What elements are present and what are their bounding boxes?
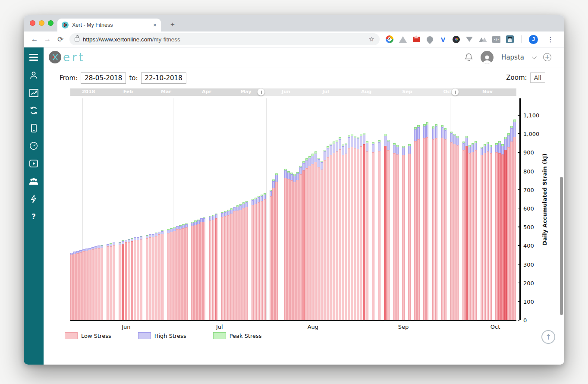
day-bar[interactable] [255, 198, 257, 320]
menu-icon[interactable] [29, 53, 38, 62]
day-bar[interactable] [191, 222, 194, 320]
browser-tab[interactable]: Xert - My Fitness × [57, 19, 161, 31]
day-bar[interactable] [299, 166, 302, 320]
minimize-window-button[interactable] [39, 20, 44, 26]
address-bar[interactable]: https://www.xertonline.com/my-fitness ☆ [69, 33, 380, 45]
day-bar[interactable] [472, 143, 474, 320]
day-bar[interactable] [167, 229, 170, 320]
day-bar[interactable] [453, 134, 456, 320]
day-bar[interactable] [119, 242, 121, 320]
day-bar[interactable] [155, 233, 157, 320]
day-bar[interactable] [314, 151, 317, 320]
day-bar[interactable] [203, 217, 206, 320]
day-bar[interactable] [91, 247, 94, 320]
day-bar[interactable] [152, 234, 154, 320]
add-activity-button[interactable]: + [543, 53, 551, 61]
day-bar[interactable] [372, 142, 374, 320]
day-bar[interactable] [408, 144, 411, 320]
plane-extension-icon[interactable] [466, 37, 473, 42]
day-bar[interactable] [82, 249, 85, 320]
day-bar[interactable] [311, 154, 314, 320]
zoom-window-button[interactable] [48, 20, 53, 26]
day-bar[interactable] [324, 150, 326, 320]
day-bar[interactable] [131, 238, 133, 320]
day-bar[interactable] [498, 141, 501, 320]
browser-profile-avatar[interactable]: J [529, 35, 538, 44]
sidebar-item-power[interactable] [29, 194, 38, 204]
day-bar[interactable] [318, 158, 320, 321]
day-bar[interactable] [236, 205, 239, 320]
day-bar[interactable] [110, 243, 112, 320]
day-bar[interactable] [357, 137, 359, 320]
sidebar-item-videos[interactable] [29, 159, 38, 168]
day-bar[interactable] [336, 140, 338, 320]
camera-extension-icon[interactable] [453, 36, 460, 43]
day-bar[interactable] [302, 161, 305, 320]
sidebar-item-my-fitness[interactable] [29, 88, 38, 98]
day-bar[interactable] [435, 124, 438, 320]
mail-extension-icon[interactable] [413, 37, 420, 42]
day-bar[interactable] [363, 133, 365, 320]
scroll-to-top-button[interactable]: ↑ [541, 330, 555, 344]
day-bar[interactable] [308, 156, 311, 320]
day-bar[interactable] [339, 137, 341, 320]
day-bar[interactable] [209, 216, 212, 320]
day-bar[interactable] [510, 126, 513, 320]
day-bar[interactable] [462, 142, 465, 320]
day-bar[interactable] [221, 212, 224, 321]
new-tab-button[interactable]: + [167, 19, 178, 30]
day-bar[interactable] [173, 227, 176, 320]
day-bar[interactable] [176, 226, 179, 320]
day-bar[interactable] [490, 145, 492, 320]
mountains-extension-icon[interactable] [479, 35, 487, 43]
day-bar[interactable] [94, 246, 97, 320]
day-bar[interactable] [227, 210, 230, 320]
tab-close-icon[interactable]: × [153, 22, 157, 28]
day-bar[interactable] [366, 141, 368, 320]
day-bar[interactable] [140, 236, 142, 320]
day-bar[interactable] [327, 146, 329, 320]
day-bar[interactable] [215, 214, 218, 320]
day-bar[interactable] [444, 128, 447, 320]
day-bar[interactable] [252, 199, 254, 320]
plot-area[interactable] [70, 98, 516, 320]
day-bar[interactable] [348, 135, 350, 320]
day-bar[interactable] [73, 252, 76, 320]
day-bar[interactable] [345, 143, 347, 320]
day-bar[interactable] [107, 244, 109, 320]
notifications-bell-icon[interactable] [465, 53, 473, 62]
day-bar[interactable] [396, 145, 399, 320]
day-bar[interactable] [194, 220, 197, 320]
drive-extension-icon[interactable] [399, 36, 407, 43]
day-bar[interactable] [456, 136, 459, 320]
day-bar[interactable] [432, 126, 435, 320]
day-bar[interactable] [270, 190, 272, 320]
day-bar[interactable] [465, 136, 468, 321]
day-bar[interactable] [149, 234, 151, 320]
day-bar[interactable] [414, 127, 417, 320]
day-bar[interactable] [128, 239, 130, 320]
day-bar[interactable] [85, 249, 88, 320]
day-bar[interactable] [481, 147, 483, 320]
navigator-handle-left[interactable] [257, 88, 265, 96]
page-scrollbar[interactable] [560, 177, 563, 315]
sidebar-item-groups[interactable] [29, 176, 38, 186]
day-bar[interactable] [197, 220, 200, 320]
day-bar[interactable] [242, 202, 245, 320]
day-bar[interactable] [185, 223, 188, 321]
day-bar[interactable] [342, 145, 344, 320]
day-bar[interactable] [200, 218, 203, 320]
day-bar[interactable] [122, 240, 124, 320]
day-bar[interactable] [450, 132, 453, 320]
day-bar[interactable] [507, 133, 510, 320]
day-bar[interactable] [402, 146, 405, 320]
day-bar[interactable] [384, 134, 387, 320]
day-bar[interactable] [321, 161, 323, 320]
day-bar[interactable] [161, 230, 164, 320]
day-bar[interactable] [296, 172, 299, 320]
day-bar[interactable] [272, 179, 275, 320]
zoom-all-button[interactable]: All [530, 72, 545, 83]
user-avatar[interactable] [481, 51, 494, 64]
day-bar[interactable] [423, 124, 426, 320]
day-bar[interactable] [233, 207, 236, 321]
